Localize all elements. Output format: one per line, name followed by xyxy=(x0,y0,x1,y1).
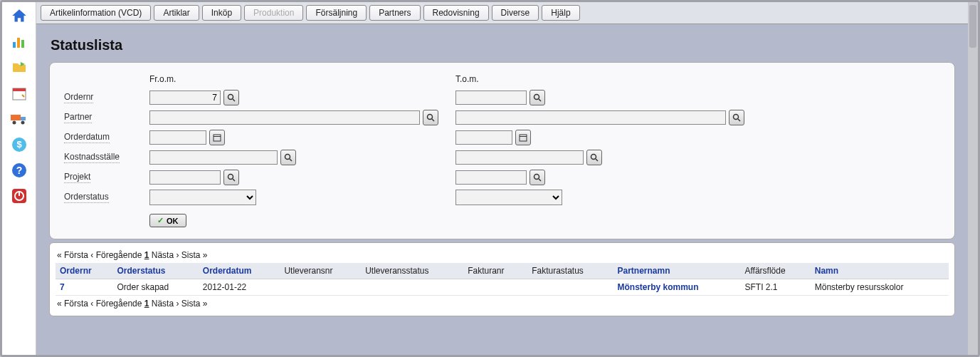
lookup-icon[interactable] xyxy=(223,90,239,105)
th-namn[interactable]: Namn xyxy=(811,263,949,279)
ok-button-label: OK xyxy=(167,217,179,225)
tab-inkop[interactable]: Inköp xyxy=(202,5,241,21)
kostnadsstalle-from-input[interactable] xyxy=(149,150,278,165)
th-fakturanr[interactable]: Fakturanr xyxy=(463,263,527,279)
column-header-to: T.o.m. xyxy=(455,74,754,84)
svg-point-20 xyxy=(428,115,433,120)
label-ordernr: Ordernr xyxy=(64,92,93,103)
cell-namn: Mönsterby resursskolor xyxy=(811,279,949,296)
partner-to-input[interactable] xyxy=(455,110,726,125)
lookup-icon[interactable] xyxy=(529,90,545,105)
money-icon[interactable]: $ xyxy=(9,135,29,155)
svg-point-32 xyxy=(228,175,233,180)
th-orderdatum[interactable]: Orderdatum xyxy=(199,263,280,279)
cell-orderdatum: 2012-01-22 xyxy=(199,279,280,296)
cell-fakturastatus xyxy=(527,279,613,296)
orderdatum-to-input[interactable] xyxy=(455,130,512,145)
th-utleveransstatus[interactable]: Utleveransstatus xyxy=(361,263,463,279)
results-panel: « Första ‹ Föregående 1 Nästa › Sista » … xyxy=(49,242,955,316)
ordernr-from-input[interactable] xyxy=(149,90,221,105)
pager-first[interactable]: « Första xyxy=(57,250,88,260)
filter-panel: Fr.o.m. T.o.m. Ordernr Partner xyxy=(49,62,955,239)
page-title: Statuslista xyxy=(51,37,955,53)
svg-point-7 xyxy=(12,121,16,125)
th-ordernr[interactable]: Ordernr xyxy=(56,263,113,279)
table-row[interactable]: 7 Order skapad 2012-01-22 Mönsterby komm… xyxy=(56,279,949,296)
projekt-to-input[interactable] xyxy=(455,170,527,185)
cell-utleveransnr xyxy=(280,279,361,296)
tab-diverse[interactable]: Diverse xyxy=(492,5,539,21)
svg-point-34 xyxy=(534,175,539,180)
th-affarsflode[interactable]: Affärsflöde xyxy=(740,263,810,279)
tab-artikelinformation[interactable]: Artikelinformation (VCD) xyxy=(41,5,151,21)
tab-partners[interactable]: Partners xyxy=(369,5,420,21)
lookup-icon[interactable] xyxy=(223,170,239,185)
lookup-icon[interactable] xyxy=(586,150,602,165)
tab-forsaljning[interactable]: Försäljning xyxy=(306,5,367,21)
tab-redovisning[interactable]: Redovisning xyxy=(423,5,489,21)
th-partnernamn[interactable]: Partnernamn xyxy=(613,263,740,279)
help-icon[interactable]: ? xyxy=(9,160,29,180)
pager-last[interactable]: Sista » xyxy=(181,299,208,309)
power-icon[interactable] xyxy=(9,186,29,206)
svg-rect-26 xyxy=(520,135,527,141)
pager-bottom: « Första ‹ Föregående 1 Nästa › Sista » xyxy=(56,296,949,311)
pager-current: 1 xyxy=(144,299,149,309)
home-icon[interactable] xyxy=(9,6,29,26)
orderstatus-from-select[interactable] xyxy=(149,190,256,205)
cell-partnernamn[interactable]: Mönsterby kommun xyxy=(613,279,740,296)
svg-point-30 xyxy=(591,155,596,160)
svg-point-18 xyxy=(534,95,539,100)
ordernr-to-input[interactable] xyxy=(455,90,527,105)
th-fakturastatus[interactable]: Fakturastatus xyxy=(527,263,613,279)
label-orderstatus: Orderstatus xyxy=(64,192,109,203)
tab-artiklar[interactable]: Artiklar xyxy=(154,5,199,21)
check-icon: ✓ xyxy=(157,216,164,225)
svg-rect-24 xyxy=(214,135,221,141)
chart-icon[interactable] xyxy=(9,32,29,52)
cell-utleveransstatus xyxy=(361,279,463,296)
pager-prev[interactable]: ‹ Föregående xyxy=(90,299,142,309)
label-orderdatum: Orderdatum xyxy=(64,132,110,143)
scrollbar[interactable] xyxy=(968,2,978,355)
svg-line-19 xyxy=(539,99,541,101)
calendar-picker-icon[interactable] xyxy=(209,130,225,145)
pager-first[interactable]: « Första xyxy=(57,299,88,309)
svg-rect-6 xyxy=(21,117,26,120)
th-utleveransnr[interactable]: Utleveransnr xyxy=(280,263,361,279)
label-projekt: Projekt xyxy=(64,172,90,183)
lookup-icon[interactable] xyxy=(280,150,296,165)
calendar-icon[interactable] xyxy=(9,83,29,103)
lookup-icon[interactable] xyxy=(529,170,545,185)
svg-point-22 xyxy=(734,115,739,120)
svg-line-21 xyxy=(432,119,434,121)
pager-last[interactable]: Sista » xyxy=(181,250,208,260)
projekt-from-input[interactable] xyxy=(149,170,221,185)
truck-icon[interactable] xyxy=(9,109,29,129)
svg-line-29 xyxy=(290,159,292,161)
ok-button[interactable]: ✓ OK xyxy=(149,214,186,227)
cell-affarsflode: SFTI 2.1 xyxy=(740,279,810,296)
lookup-icon[interactable] xyxy=(423,110,438,125)
tab-produktion: Produktion xyxy=(244,5,303,21)
tab-hjalp[interactable]: Hjälp xyxy=(542,5,579,21)
kostnadsstalle-to-input[interactable] xyxy=(455,150,584,165)
scroll-handle[interactable] xyxy=(969,5,976,48)
calendar-picker-icon[interactable] xyxy=(515,130,531,145)
pager-next[interactable]: Nästa › xyxy=(152,250,179,260)
top-nav: Artikelinformation (VCD) Artiklar Inköp … xyxy=(36,2,968,24)
cell-orderstatus: Order skapad xyxy=(113,279,199,296)
lookup-icon[interactable] xyxy=(729,110,744,125)
svg-line-33 xyxy=(233,179,235,181)
svg-rect-1 xyxy=(17,38,20,48)
pager-next[interactable]: Nästa › xyxy=(152,299,179,309)
pager-prev[interactable]: ‹ Föregående xyxy=(90,250,142,260)
th-orderstatus[interactable]: Orderstatus xyxy=(113,263,199,279)
svg-point-8 xyxy=(21,121,24,125)
orderdatum-from-input[interactable] xyxy=(149,130,206,145)
partner-from-input[interactable] xyxy=(149,110,420,125)
cell-ordernr[interactable]: 7 xyxy=(56,279,113,296)
orderstatus-to-select[interactable] xyxy=(455,190,562,205)
folder-icon[interactable] xyxy=(9,58,29,78)
column-header-from: Fr.o.m. xyxy=(149,74,448,84)
